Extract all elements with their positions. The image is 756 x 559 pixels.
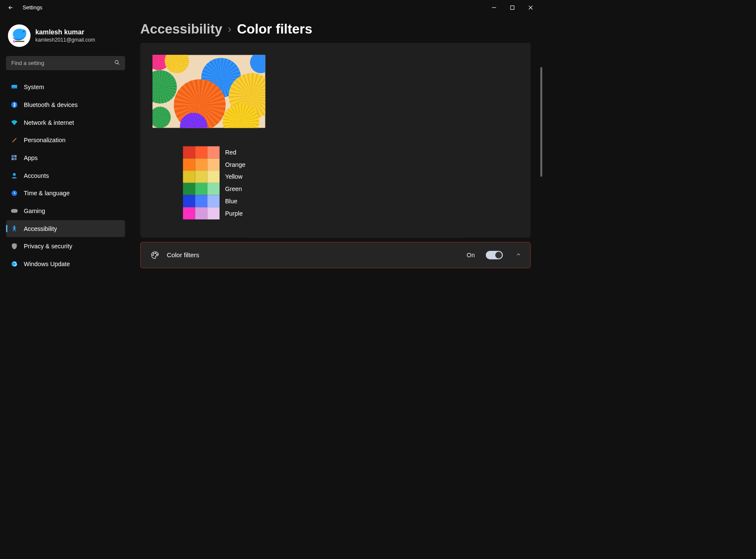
nav-label: Accessibility	[24, 225, 57, 232]
app-title: Settings	[23, 4, 42, 11]
color-swatch	[207, 207, 220, 219]
color-swatch	[183, 195, 195, 208]
nav-item-privacy[interactable]: Privacy & security	[6, 238, 125, 255]
apps-icon	[10, 154, 18, 162]
color-swatch	[195, 195, 208, 208]
window-controls	[485, 2, 540, 14]
setting-label: Color filters	[167, 251, 460, 258]
update-icon	[10, 260, 18, 268]
color-filters-setting-row[interactable]: Color filters On	[140, 242, 530, 268]
svg-point-22	[153, 253, 154, 254]
svg-rect-13	[14, 155, 17, 157]
nav-label: Accounts	[24, 172, 49, 179]
color-swatch	[195, 171, 208, 183]
svg-rect-18	[11, 209, 18, 213]
nav-item-network[interactable]: Network & internet	[6, 114, 125, 131]
svg-rect-12	[11, 155, 14, 157]
swatch-row	[183, 195, 220, 208]
search-box[interactable]	[6, 56, 125, 70]
svg-rect-1	[511, 6, 514, 10]
search-icon	[114, 60, 120, 67]
color-swatch	[207, 183, 220, 195]
svg-point-24	[157, 254, 158, 255]
svg-point-4	[20, 29, 26, 35]
nav-label: Apps	[24, 154, 38, 162]
color-label: Red	[225, 146, 245, 159]
color-label: Yellow	[225, 171, 245, 183]
shield-icon	[10, 242, 18, 250]
svg-rect-15	[14, 158, 17, 160]
search-input[interactable]	[11, 60, 115, 66]
minimize-button[interactable]	[485, 2, 503, 14]
nav-item-bluetooth[interactable]: Bluetooth & devices	[6, 96, 125, 113]
color-swatch	[195, 146, 208, 159]
color-swatch	[183, 158, 195, 171]
color-swatch	[195, 207, 208, 219]
svg-point-7	[13, 40, 15, 43]
color-legend: RedOrangeYellowGreenBluePurple	[183, 146, 519, 219]
nav-item-accessibility[interactable]: Accessibility	[6, 220, 125, 237]
preview-image	[152, 55, 265, 128]
svg-rect-14	[11, 158, 14, 160]
nav-label: Gaming	[24, 208, 45, 215]
scrollbar[interactable]	[540, 67, 542, 177]
svg-point-23	[155, 253, 156, 253]
color-label: Purple	[225, 207, 245, 219]
breadcrumb-current: Color filters	[237, 21, 312, 37]
nav-label: Windows Update	[24, 261, 70, 268]
color-filters-toggle[interactable]	[486, 251, 503, 259]
user-email: kamlesh2011@gmail.com	[35, 37, 95, 43]
user-name: kamlesh kumar	[35, 28, 95, 37]
swatch-row	[183, 158, 220, 171]
monitor-icon	[10, 83, 18, 91]
nav-label: Personalization	[24, 137, 65, 144]
preview-card: RedOrangeYellowGreenBluePurple	[140, 43, 530, 238]
nav-list: System Bluetooth & devices Network & int…	[6, 79, 125, 272]
nav-label: Privacy & security	[24, 243, 72, 250]
color-label: Blue	[225, 195, 245, 208]
maximize-button[interactable]	[503, 2, 522, 14]
avatar	[8, 24, 31, 47]
color-swatch	[207, 195, 220, 208]
user-info: kamlesh kumar kamlesh2011@gmail.com	[35, 28, 95, 43]
nav-label: Network & internet	[24, 119, 74, 126]
color-swatch	[207, 146, 220, 159]
svg-point-19	[14, 225, 15, 227]
color-swatch	[195, 158, 208, 171]
swatch-row	[183, 183, 220, 195]
nav-item-accounts[interactable]: Accounts	[6, 167, 125, 184]
svg-point-5	[23, 31, 25, 32]
chevron-up-icon[interactable]	[516, 252, 521, 258]
color-label: Orange	[225, 158, 245, 171]
bluetooth-icon	[10, 101, 18, 109]
gamepad-icon	[10, 207, 18, 215]
nav-item-windows-update[interactable]: Windows Update	[6, 256, 125, 272]
sidebar: kamlesh kumar kamlesh2011@gmail.com Syst…	[0, 15, 131, 402]
accessibility-icon	[10, 225, 18, 233]
user-block[interactable]: kamlesh kumar kamlesh2011@gmail.com	[6, 21, 125, 53]
nav-item-apps[interactable]: Apps	[6, 149, 125, 166]
nav-item-system[interactable]: System	[6, 79, 125, 96]
color-swatch	[183, 183, 195, 195]
nav-label: System	[24, 84, 44, 91]
main-content: Accessibility › Color filters	[131, 15, 543, 402]
palette-icon	[150, 250, 160, 260]
color-swatch	[207, 171, 220, 183]
paintbrush-icon	[10, 136, 18, 144]
person-icon	[10, 171, 18, 180]
nav-label: Bluetooth & devices	[24, 101, 78, 109]
setting-state: On	[467, 252, 475, 259]
settings-window: Settings	[0, 0, 543, 402]
nav-item-personalization[interactable]: Personalization	[6, 132, 125, 149]
nav-item-time-language[interactable]: Time & language	[6, 185, 125, 202]
back-button[interactable]	[3, 0, 18, 15]
color-swatch	[183, 207, 195, 219]
color-swatch	[183, 146, 195, 159]
close-button[interactable]	[522, 2, 540, 14]
swatch-grid	[183, 146, 220, 219]
svg-rect-10	[11, 88, 17, 89]
breadcrumb-parent[interactable]: Accessibility	[140, 21, 222, 37]
nav-item-gaming[interactable]: Gaming	[6, 202, 125, 219]
svg-rect-0	[492, 7, 496, 8]
color-swatch	[207, 158, 220, 171]
